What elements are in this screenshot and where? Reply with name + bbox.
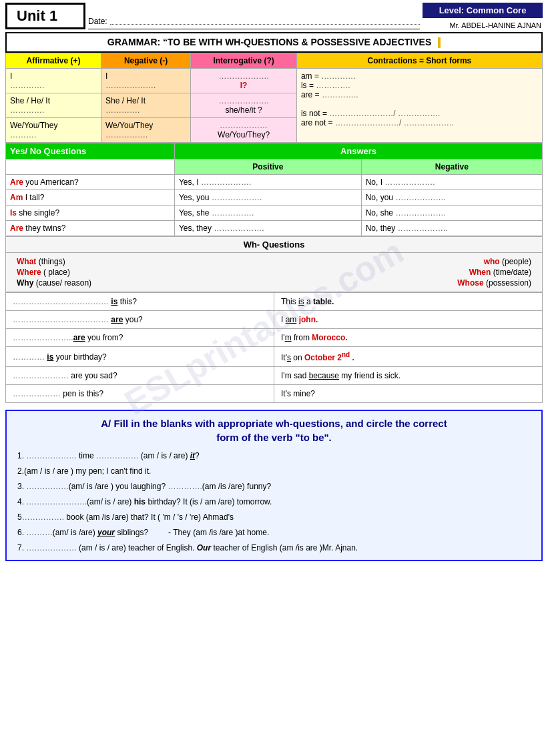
title-text: GRAMMAR: “TO BE WITH WH-QUESTIONS & POSS… bbox=[107, 37, 431, 47]
page: ESLprintables.com Unit 1 Date: Level: Co… bbox=[0, 0, 548, 756]
col-interrogative-header: Interrogative (?) bbox=[191, 53, 297, 69]
qa-a-2: I am john. bbox=[274, 311, 543, 329]
unit-label: Unit 1 bbox=[5, 3, 85, 29]
table-row: ……………………………… are you? I am john. bbox=[6, 311, 543, 329]
exercise-title: A/ Fill in the blanks with appropriate w… bbox=[13, 416, 535, 444]
date-label: Date: bbox=[88, 17, 107, 26]
date-field: Date: bbox=[88, 3, 420, 29]
level-label: Level: Common Core bbox=[423, 3, 543, 18]
list-item: 6. ……….(am/ is /are) your siblings? - Th… bbox=[17, 526, 531, 538]
header: Unit 1 Date: Level: Common Core Mr. ABDE… bbox=[5, 3, 543, 29]
wh-why: Why (cause/ reason) bbox=[17, 278, 91, 288]
wh-when: When (time/date) bbox=[457, 268, 531, 277]
table-row: I…………. I………………. ………………. I? am = …………. is… bbox=[6, 69, 543, 93]
yesno-q-2: Am I tall? bbox=[6, 190, 175, 206]
qa-q-5: ………………… are you sad? bbox=[6, 367, 274, 385]
qa-a-4: It's on October 2nd . bbox=[274, 347, 543, 367]
yesno-header-row: Yes/ No Questions Answers bbox=[6, 143, 543, 159]
grammar-table: Affirmative (+) Negative (-) Interrogati… bbox=[5, 53, 543, 143]
list-item: 7. ………………. (am / is / are) teacher of En… bbox=[17, 542, 531, 554]
qa-table: ……………………………… is this? This is a table. …… bbox=[5, 292, 543, 403]
qa-a-3: I'm from Morocco. bbox=[274, 329, 543, 347]
table-row: Is she single? Yes, she ……………. No, she …… bbox=[6, 206, 543, 221]
contractions-cell: am = …………. is = …………. are = ………….. is no… bbox=[296, 69, 542, 143]
yesno-table: Yes/ No Questions Answers Positive Negat… bbox=[5, 143, 543, 236]
yesno-q-1: Are you American? bbox=[6, 175, 175, 190]
qa-q-3: …………………..are you from? bbox=[6, 329, 274, 347]
header-right: Level: Common Core Mr. ABDEL-HANINE AJNA… bbox=[423, 3, 543, 29]
qa-a-6: It's mine? bbox=[274, 385, 543, 403]
aff-3: We/You/They………. bbox=[6, 118, 101, 143]
yesno-neg-2: No, you ………………. bbox=[361, 190, 542, 206]
aff-2: She / He/ It…………. bbox=[6, 93, 101, 118]
wh-questions-box: Wh- Questions What (things) Where ( plac… bbox=[5, 236, 543, 292]
col-contractions-header: Contractions = Short forms bbox=[296, 53, 542, 69]
table-row: Am I tall? Yes, you ………………. No, you …………… bbox=[6, 190, 543, 206]
wh-whose: Whose (possession) bbox=[457, 278, 531, 288]
list-item: 4. …………………..(am/ is / are) his birthday?… bbox=[17, 496, 531, 508]
yesno-pos-1: Yes, I ………………. bbox=[174, 175, 361, 190]
answers-header: Answers bbox=[174, 143, 542, 159]
wh-who: who (people) bbox=[457, 257, 531, 266]
wh-what: What (things) bbox=[17, 257, 91, 266]
yesno-header-left: Yes/ No Questions bbox=[6, 143, 175, 159]
list-item: 3. …………….(am/ is /are ) you laughing? ……… bbox=[17, 480, 531, 492]
qa-q-1: ……………………………… is this? bbox=[6, 293, 274, 311]
int-2: ………………. she/he/it ? bbox=[191, 93, 297, 118]
wh-where: Where ( place) bbox=[17, 268, 91, 277]
exercise-box: A/ Fill in the blanks with appropriate w… bbox=[5, 410, 543, 561]
yesno-neg-3: No, she ………………. bbox=[361, 206, 542, 221]
yesno-pos-4: Yes, they ………………. bbox=[174, 221, 361, 236]
yesno-subheader-row: Positive Negative bbox=[6, 159, 543, 175]
list-item: 5……………. book (am /is /are) that? It ( 'm… bbox=[17, 511, 531, 523]
wh-title: Wh- Questions bbox=[6, 237, 542, 253]
col-negative-header: Negative (-) bbox=[101, 53, 190, 69]
table-row: ……………… pen is this? It's mine? bbox=[6, 385, 543, 403]
yesno-neg-1: No, I ………………. bbox=[361, 175, 542, 190]
qa-q-4: ………… is your birthday? bbox=[6, 347, 274, 367]
positive-header: Positive bbox=[174, 159, 361, 175]
table-row: …………………..are you from? I'm from Morocco. bbox=[6, 329, 543, 347]
gold-bar-icon bbox=[438, 37, 441, 48]
table-row: ………… is your birthday? It's on October 2… bbox=[6, 347, 543, 367]
qa-a-5: I'm sad because my friend is sick. bbox=[274, 367, 543, 385]
yesno-q-3: Is she single? bbox=[6, 206, 175, 221]
table-row: Are you American? Yes, I ………………. No, I …… bbox=[6, 175, 543, 190]
wh-content: What (things) Where ( place) Why (cause/… bbox=[6, 253, 542, 292]
neg-3: We/You/They……………. bbox=[101, 118, 190, 143]
table-row: Are they twins? Yes, they ………………. No, th… bbox=[6, 221, 543, 236]
int-3: ……………… We/You/They? bbox=[191, 118, 297, 143]
col-affirmative-header: Affirmative (+) bbox=[6, 53, 101, 69]
aff-1: I…………. bbox=[6, 69, 101, 93]
neg-1: I………………. bbox=[101, 69, 190, 93]
yesno-neg-4: No, they ………………. bbox=[361, 221, 542, 236]
qa-q-6: ……………… pen is this? bbox=[6, 385, 274, 403]
yesno-q-4: Are they twins? bbox=[6, 221, 175, 236]
teacher-label: Mr. ABDEL-HANINE AJNAN bbox=[449, 21, 543, 29]
int-1: ………………. I? bbox=[191, 69, 297, 93]
wh-right: who (people) When (time/date) Whose (pos… bbox=[457, 257, 531, 288]
neg-2: She / He/ It…………. bbox=[101, 93, 190, 118]
exercise-items: 1. ………………. time ……………. (am / is / are) i… bbox=[13, 450, 535, 554]
table-row: ………………… are you sad? I'm sad because my … bbox=[6, 367, 543, 385]
wh-left: What (things) Where ( place) Why (cause/… bbox=[17, 257, 91, 288]
grammar-title: GRAMMAR: “TO BE WITH WH-QUESTIONS & POSS… bbox=[5, 32, 543, 53]
yesno-pos-3: Yes, she ……………. bbox=[174, 206, 361, 221]
qa-a-1: This is a table. bbox=[274, 293, 543, 311]
table-row: ……………………………… is this? This is a table. bbox=[6, 293, 543, 311]
negative-header: Negative bbox=[361, 159, 542, 175]
list-item: 1. ………………. time ……………. (am / is / are) i… bbox=[17, 450, 531, 462]
list-item: 2.(am / is / are ) my pen; I can't find … bbox=[17, 465, 531, 477]
qa-q-2: ……………………………… are you? bbox=[6, 311, 274, 329]
yesno-pos-2: Yes, you ………………. bbox=[174, 190, 361, 206]
